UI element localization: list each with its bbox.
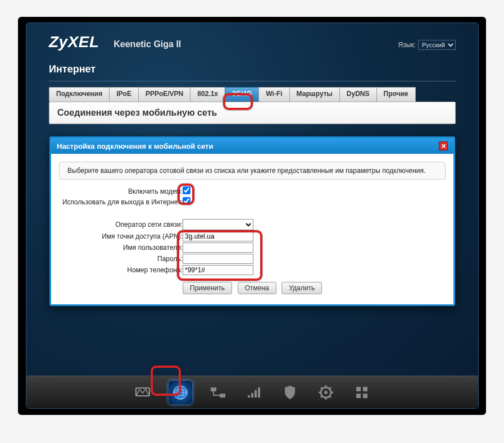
brand-logo: ZyXEL [49, 33, 99, 51]
use-internet-label: Использовать для выхода в Интернет: [59, 198, 183, 206]
globe-icon[interactable] [169, 381, 192, 404]
tab-8021x[interactable]: 802.1x [190, 87, 225, 102]
tab-bar: Подключения IPoE PPPoE/VPN 802.1x 3G/4G … [49, 87, 478, 102]
svg-rect-23 [356, 394, 361, 398]
dialog-title: Настройка подключения к мобильной сети [57, 142, 213, 150]
phone-label: Номер телефона: [59, 266, 183, 274]
svg-rect-7 [248, 395, 250, 398]
tab-ipoe[interactable]: IPoE [109, 87, 139, 102]
operator-select[interactable] [183, 219, 253, 230]
operator-label: Оператор сети связи: [59, 221, 183, 229]
password-label: Пароль: [59, 255, 183, 263]
svg-line-20 [321, 396, 323, 398]
net-icon[interactable] [208, 382, 228, 403]
page-title: Интернет [49, 63, 456, 75]
enable-modem-checkbox[interactable] [183, 186, 190, 194]
section-title: Соединения через мобильную сеть [57, 108, 447, 118]
username-input[interactable] [183, 243, 253, 253]
tab-other[interactable]: Прочие [376, 87, 416, 102]
svg-point-12 [324, 391, 328, 394]
phone-input[interactable] [183, 265, 253, 275]
language-label: Язык: [398, 41, 416, 49]
tab-wifi[interactable]: Wi-Fi [258, 87, 289, 102]
svg-rect-6 [220, 394, 225, 398]
use-internet-checkbox[interactable] [183, 197, 190, 205]
delete-button[interactable]: Удалить [281, 282, 322, 294]
language-select[interactable]: Русский [418, 40, 456, 50]
monitor-icon[interactable] [133, 382, 153, 403]
svg-line-18 [329, 396, 331, 398]
username-label: Имя пользователя: [59, 244, 183, 252]
enable-modem-label: Включить модем: [59, 188, 183, 195]
tab-3g4g[interactable]: 3G/4G [225, 87, 259, 102]
svg-rect-5 [211, 387, 216, 391]
mobile-connection-dialog: Настройка подключения к мобильной сети ✕… [49, 136, 455, 306]
svg-line-17 [321, 387, 323, 389]
apn-input[interactable] [183, 231, 253, 241]
apply-button[interactable]: Применить [183, 282, 232, 294]
svg-rect-24 [363, 394, 367, 398]
signal-icon[interactable] [244, 382, 264, 403]
svg-line-19 [329, 387, 331, 389]
svg-rect-21 [356, 387, 361, 391]
tab-pppoe[interactable]: PPPoE/VPN [138, 87, 190, 102]
close-icon[interactable]: ✕ [439, 141, 448, 150]
password-input[interactable] [183, 254, 253, 264]
svg-rect-22 [363, 387, 367, 391]
cancel-button[interactable]: Отмена [238, 282, 276, 294]
tab-routes[interactable]: Маршруты [289, 87, 340, 102]
svg-rect-8 [251, 393, 253, 398]
tab-dyndns[interactable]: DyDNS [339, 87, 377, 102]
svg-rect-10 [258, 387, 260, 398]
gear-icon[interactable] [316, 382, 336, 403]
apn-label: Имя точки доступа (APN): [59, 232, 183, 240]
tab-connections[interactable]: Подключения [49, 87, 110, 102]
apps-icon[interactable] [352, 382, 372, 403]
bottom-navbar [26, 376, 478, 408]
svg-rect-9 [255, 390, 257, 398]
dialog-hint: Выберите вашего оператора сотовой связи … [59, 162, 446, 180]
product-name: Keenetic Giga II [113, 39, 181, 49]
shield-icon[interactable] [280, 382, 300, 403]
